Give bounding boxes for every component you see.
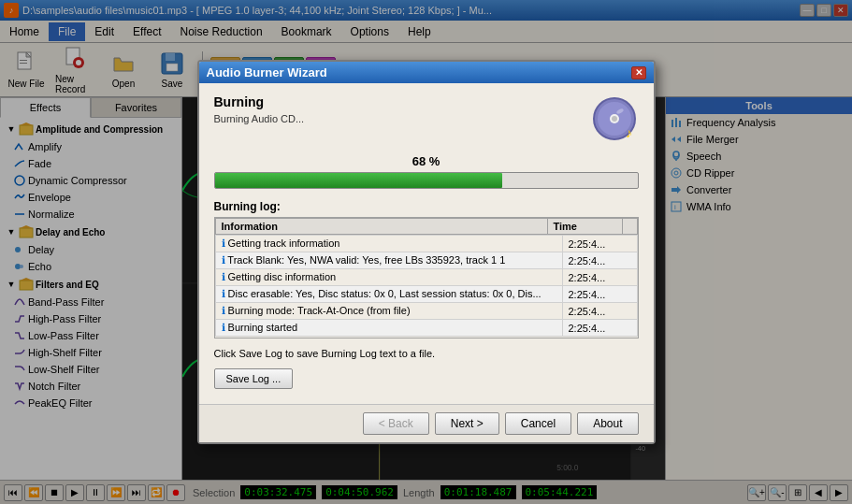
log-cell-time: 2:25:4... [562, 286, 637, 303]
save-log-btn-area: Save Log ... [214, 368, 639, 389]
progress-bar-fill [215, 173, 502, 188]
modal-footer: < Back Next > Cancel About [199, 404, 654, 442]
log-row: ℹ Getting track information2:25:4... [215, 236, 637, 252]
cd-icon: ♪ [590, 94, 639, 143]
log-cell-info: ℹ Getting disc information [215, 269, 562, 286]
log-cell-time: 2:25:4... [562, 303, 637, 320]
log-table: Information Time [215, 218, 638, 235]
cancel-button[interactable]: Cancel [505, 412, 571, 435]
log-cell-info: ℹ Burning started [215, 320, 562, 337]
log-cell-time: 2:25:4... [562, 269, 637, 286]
log-data-table: ℹ Getting track information2:25:4...ℹ Tr… [215, 235, 638, 337]
modal-step-desc: Burning Audio CD... [214, 113, 305, 124]
log-table-header: Information Time [215, 219, 637, 235]
log-cell-info: ℹ Getting track information [215, 236, 562, 252]
log-row: ℹ Burning mode: Track-At-Once (from file… [215, 303, 637, 320]
svg-text:♪: ♪ [626, 125, 632, 140]
log-cell-time: 2:25:4... [562, 236, 637, 252]
log-table-container: Information Time ℹ Getting track informa… [214, 217, 639, 338]
footer-buttons: < Back Next > Cancel About [363, 412, 639, 435]
modal-overlay: Audio Burner Wizard ✕ Burning Burning Au… [0, 0, 852, 504]
log-cell-info: ℹ Burning mode: Track-At-Once (from file… [215, 303, 562, 320]
log-title: Burning log: [214, 200, 639, 213]
audio-burner-wizard-dialog: Audio Burner Wizard ✕ Burning Burning Au… [197, 60, 656, 444]
progress-bar-background [214, 172, 639, 189]
about-button[interactable]: About [577, 412, 638, 435]
log-row: ℹ Burning started2:25:4... [215, 320, 637, 337]
log-cell-time: 2:25:4... [562, 320, 637, 337]
modal-step-info: Burning Burning Audio CD... [214, 94, 305, 124]
save-section: Click Save Log to save Burning Log text … [214, 348, 639, 359]
log-col-scroll [622, 219, 637, 235]
log-col-info: Information [215, 219, 547, 235]
log-cell-info: ℹ Track Blank: Yes, NWA valid: Yes, free… [215, 252, 562, 269]
log-row: ℹ Track Blank: Yes, NWA valid: Yes, free… [215, 252, 637, 269]
log-row: ℹ Getting disc information2:25:4... [215, 269, 637, 286]
progress-section: 68 % [214, 154, 639, 189]
svg-point-54 [612, 116, 617, 122]
log-rows: ℹ Getting track information2:25:4...ℹ Tr… [215, 236, 637, 337]
progress-percent-label: 68 % [214, 154, 639, 168]
save-log-button[interactable]: Save Log ... [214, 368, 294, 389]
log-col-time: Time [547, 219, 622, 235]
modal-title-bar: Audio Burner Wizard ✕ [199, 62, 654, 83]
next-button[interactable]: Next > [435, 412, 499, 435]
log-table-body[interactable]: ℹ Getting track information2:25:4...ℹ Tr… [215, 235, 638, 338]
save-log-text: Click Save Log to save Burning Log text … [214, 348, 436, 359]
log-section: Burning log: Information Time [214, 200, 639, 338]
modal-step-title: Burning [214, 94, 305, 109]
modal-title: Audio Burner Wizard [207, 65, 327, 79]
modal-header-section: Burning Burning Audio CD... ♪ [214, 94, 639, 143]
modal-body: Burning Burning Audio CD... ♪ [199, 83, 654, 404]
modal-close-button[interactable]: ✕ [631, 66, 646, 79]
log-row: ℹ Disc erasable: Yes, Disc status: 0x 0,… [215, 286, 637, 303]
back-button[interactable]: < Back [363, 412, 429, 435]
log-cell-time: 2:25:4... [562, 252, 637, 269]
log-cell-info: ℹ Disc erasable: Yes, Disc status: 0x 0,… [215, 286, 562, 303]
